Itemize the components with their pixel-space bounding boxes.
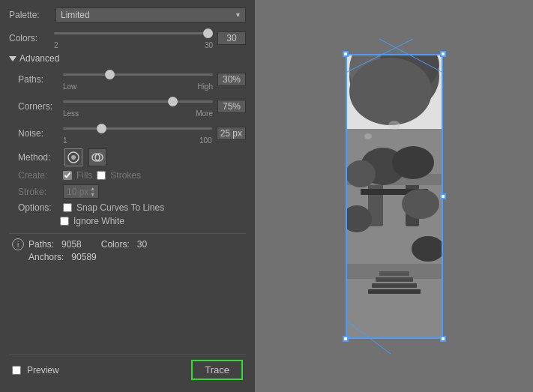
info-paths-label: Paths: bbox=[28, 239, 54, 250]
svg-rect-20 bbox=[376, 277, 413, 282]
noise-max: 100 bbox=[199, 136, 212, 145]
fills-label: Fills bbox=[76, 170, 92, 181]
options-section: Options: Snap Curves To Lines Ignore Whi… bbox=[9, 202, 246, 226]
options-label: Options: bbox=[18, 202, 58, 213]
noise-slider-track[interactable] bbox=[63, 121, 212, 135]
advanced-header[interactable]: Advanced bbox=[9, 53, 246, 64]
stroke-spin-arrows[interactable]: ▲ ▼ bbox=[90, 186, 95, 197]
corners-slider-container: Less More bbox=[63, 94, 213, 118]
canvas-area bbox=[255, 0, 533, 392]
info-row-2: Anchors: 90589 bbox=[12, 252, 243, 262]
noise-slider-labels: 1 100 bbox=[63, 136, 212, 145]
info-anchors-value: 90589 bbox=[71, 252, 96, 262]
advanced-label: Advanced bbox=[19, 53, 59, 64]
colors-value[interactable]: 30 bbox=[217, 31, 246, 45]
svg-rect-21 bbox=[372, 283, 417, 288]
handle-bottom-right bbox=[440, 336, 446, 342]
paths-slider[interactable] bbox=[63, 73, 213, 76]
handle-top-right bbox=[440, 51, 446, 57]
handle-mid-right bbox=[440, 193, 446, 199]
stroke-label: Stroke: bbox=[18, 187, 58, 197]
method-row: Method: bbox=[9, 148, 246, 166]
ignore-white-label: Ignore White bbox=[73, 216, 124, 226]
svg-point-25 bbox=[412, 236, 443, 262]
colors-slider-track[interactable] bbox=[54, 26, 213, 40]
noise-value[interactable]: 25 px bbox=[217, 127, 246, 140]
trace-panel: Palette: Limited Colors: 2 30 30 bbox=[0, 0, 255, 392]
method-abutting-button[interactable] bbox=[64, 148, 82, 166]
info-icon: i bbox=[12, 238, 24, 250]
paths-value[interactable]: 30% bbox=[217, 73, 246, 86]
corners-low: Less bbox=[63, 109, 79, 118]
info-paths-value: 9058 bbox=[61, 239, 82, 250]
spin-down-icon[interactable]: ▼ bbox=[90, 192, 95, 197]
paths-low: Low bbox=[63, 82, 76, 91]
colors-max: 30 bbox=[205, 41, 213, 49]
palette-label: Palette: bbox=[9, 10, 49, 20]
corners-high: More bbox=[196, 109, 213, 118]
info-colors-value: 30 bbox=[137, 239, 147, 250]
handle-top-left bbox=[343, 51, 349, 57]
colors-slider-labels: 2 30 bbox=[54, 41, 213, 49]
corners-value[interactable]: 75% bbox=[217, 100, 246, 113]
svg-point-1 bbox=[71, 155, 76, 160]
info-row-1: i Paths: 9058 Colors: 30 bbox=[12, 238, 243, 250]
stroke-row: Stroke: 10 px ▲ ▼ bbox=[9, 184, 246, 199]
paths-high: High bbox=[197, 82, 213, 91]
corners-slider[interactable] bbox=[63, 100, 213, 103]
strokes-checkbox[interactable] bbox=[97, 171, 106, 180]
fills-checkbox[interactable] bbox=[63, 171, 72, 180]
method-overlapping-button[interactable] bbox=[88, 148, 106, 166]
palette-row: Palette: Limited bbox=[9, 7, 246, 22]
paths-slider-labels: Low High bbox=[63, 82, 213, 91]
preview-checkbox[interactable] bbox=[12, 366, 21, 375]
preview-image bbox=[346, 54, 443, 339]
noise-slider-container: 1 100 bbox=[63, 121, 212, 145]
noise-min: 1 bbox=[63, 136, 67, 145]
corners-label: Corners: bbox=[18, 101, 58, 112]
colors-slider[interactable] bbox=[54, 32, 213, 34]
paths-row: Paths: Low High 30% bbox=[9, 67, 246, 91]
snap-curves-label: Snap Curves To Lines bbox=[76, 202, 164, 213]
svg-point-15 bbox=[392, 146, 434, 179]
create-label: Create: bbox=[18, 170, 58, 181]
spin-up-icon[interactable]: ▲ bbox=[90, 186, 95, 191]
corners-slider-labels: Less More bbox=[63, 109, 213, 118]
method-label: Method: bbox=[18, 152, 58, 163]
stroke-value-input[interactable]: 10 px ▲ ▼ bbox=[63, 184, 99, 199]
svg-rect-19 bbox=[379, 271, 409, 276]
svg-point-26 bbox=[388, 121, 400, 130]
paths-slider-container: Low High bbox=[63, 67, 213, 91]
noise-label: Noise: bbox=[18, 128, 58, 139]
strokes-label: Strokes bbox=[110, 170, 141, 181]
colors-label: Colors: bbox=[9, 33, 49, 43]
stroke-value: 10 px bbox=[67, 187, 88, 197]
image-container bbox=[346, 54, 443, 339]
palette-select[interactable]: Limited bbox=[55, 7, 246, 22]
corners-slider-track[interactable] bbox=[63, 94, 213, 108]
paths-label: Paths: bbox=[18, 74, 58, 85]
svg-point-23 bbox=[402, 189, 439, 219]
svg-point-27 bbox=[364, 133, 372, 139]
bottom-bar: Preview Trace bbox=[9, 355, 246, 385]
paths-slider-track[interactable] bbox=[63, 67, 213, 81]
ignore-white-row: Ignore White bbox=[18, 216, 246, 226]
trace-button[interactable]: Trace bbox=[191, 360, 243, 380]
handle-bottom-left bbox=[343, 336, 349, 342]
snap-curves-row: Snap Curves To Lines bbox=[63, 202, 164, 213]
corners-row: Corners: Less More 75% bbox=[9, 94, 246, 118]
advanced-triangle-icon bbox=[9, 56, 16, 61]
options-label-row: Options: Snap Curves To Lines bbox=[18, 202, 246, 213]
snap-curves-checkbox[interactable] bbox=[63, 203, 72, 212]
noise-slider[interactable] bbox=[63, 127, 212, 130]
info-anchors-label: Anchors: bbox=[28, 252, 64, 262]
palette-select-wrapper[interactable]: Limited bbox=[55, 7, 246, 22]
svg-point-8 bbox=[349, 58, 432, 125]
method-overlapping-icon bbox=[91, 151, 104, 164]
colors-min: 2 bbox=[54, 41, 58, 49]
ignore-white-checkbox[interactable] bbox=[60, 217, 69, 226]
info-colors-label: Colors: bbox=[101, 239, 130, 250]
svg-rect-22 bbox=[368, 289, 421, 294]
colors-slider-container: 2 30 bbox=[54, 26, 213, 49]
colors-row: Colors: 2 30 30 bbox=[9, 26, 246, 49]
